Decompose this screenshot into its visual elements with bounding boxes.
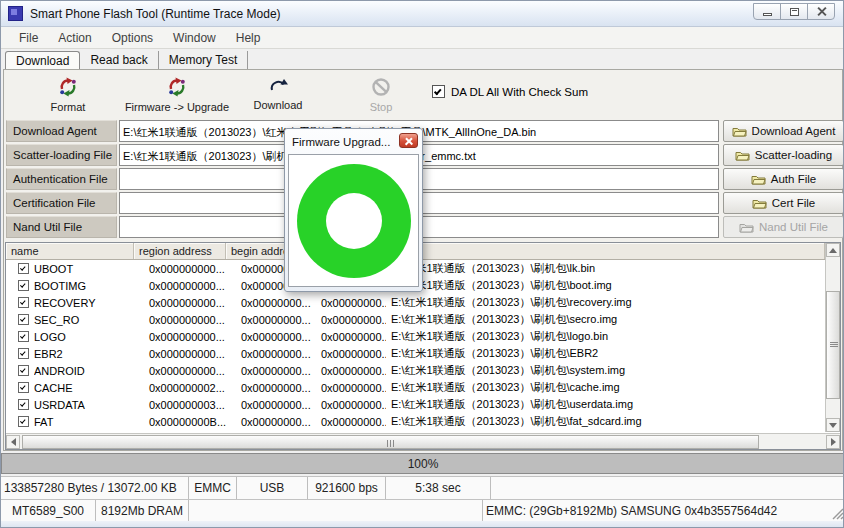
maximize-button[interactable] xyxy=(780,3,808,20)
download-agent-browse-button[interactable]: Download Agent xyxy=(723,120,844,142)
cell-region: 0x000000000... xyxy=(144,348,236,360)
vertical-scroll-thumb[interactable] xyxy=(826,291,840,399)
check-icon xyxy=(20,299,26,305)
dialog-close-button[interactable] xyxy=(399,133,418,148)
format-button[interactable]: Format xyxy=(32,77,104,113)
auth-browse-button[interactable]: Auth File xyxy=(723,168,844,190)
table-row[interactable]: ANDROID 0x000000000... 0x00000000... 0x0… xyxy=(6,362,825,379)
menu-bar: File Action Options Window Help xyxy=(1,27,844,49)
progress-bar: 100% xyxy=(1,453,844,474)
row-checkbox[interactable] xyxy=(18,263,29,274)
cell-end: 0x00000000... xyxy=(316,348,386,360)
scroll-down-button[interactable] xyxy=(826,418,840,432)
scroll-right-button[interactable] xyxy=(826,435,840,449)
cell-path: E:\红米1联通版（2013023）\刷机包\userdata.img xyxy=(386,397,825,412)
thumb-grip-icon xyxy=(830,342,838,348)
checksum-label: DA DL All With Check Sum xyxy=(451,86,588,98)
check-icon xyxy=(20,265,26,271)
horizontal-scrollbar[interactable] xyxy=(6,433,840,449)
minimize-button[interactable] xyxy=(753,3,781,20)
resize-grip-icon[interactable] xyxy=(830,506,844,520)
check-icon xyxy=(20,350,26,356)
cell-region: 0x000000000... xyxy=(144,297,236,309)
checksum-option[interactable]: DA DL All With Check Sum xyxy=(432,85,588,98)
cell-name: CACHE xyxy=(34,382,144,394)
row-checkbox[interactable] xyxy=(18,382,29,393)
checksum-checkbox[interactable] xyxy=(432,85,445,98)
menu-options[interactable]: Options xyxy=(102,29,163,47)
minimize-icon xyxy=(763,13,772,16)
app-icon xyxy=(8,6,23,21)
nand-util-label: Nand Util File xyxy=(6,216,117,238)
row-checkbox[interactable] xyxy=(18,314,29,325)
menu-file[interactable]: File xyxy=(9,29,48,47)
thumb-grip-icon xyxy=(387,440,395,447)
tab-download[interactable]: Download xyxy=(5,51,80,71)
header-name[interactable]: name xyxy=(6,243,134,259)
close-button[interactable] xyxy=(807,3,835,20)
status-ring-icon xyxy=(297,164,411,278)
folder-icon xyxy=(732,126,747,137)
cell-begin: 0x00000000... xyxy=(236,382,316,394)
menu-help[interactable]: Help xyxy=(226,29,271,47)
cell-name: EBR2 xyxy=(34,348,144,360)
cell-end: 0x00000000... xyxy=(316,297,386,309)
cell-path: E:\红米1联通版（2013023）\刷机包\secro.img xyxy=(386,312,825,327)
table-row[interactable]: RECOVERY 0x000000000... 0x00000000... 0x… xyxy=(6,294,825,311)
row-checkbox[interactable] xyxy=(18,416,29,427)
cell-region: 0x00000000B... xyxy=(144,416,236,428)
cell-path: E:\红米1联通版（2013023）\刷机包\lk.bin xyxy=(386,261,825,276)
download-agent-label: Download Agent xyxy=(6,120,117,142)
cell-name: UBOOT xyxy=(34,263,144,275)
check-icon xyxy=(20,282,26,288)
cell-region: 0x000000000... xyxy=(144,314,236,326)
scroll-left-button[interactable] xyxy=(6,435,20,449)
status-spacer xyxy=(491,477,844,499)
format-icon xyxy=(58,77,78,97)
vertical-scrollbar[interactable] xyxy=(825,243,840,432)
cell-name: SEC_RO xyxy=(34,314,144,326)
row-checkbox[interactable] xyxy=(18,331,29,342)
horizontal-scroll-thumb[interactable] xyxy=(22,435,759,449)
browse-button-label: Auth File xyxy=(771,173,816,185)
row-checkbox[interactable] xyxy=(18,365,29,376)
window-frame-bottom xyxy=(1,521,844,528)
scatter-browse-button[interactable]: Scatter-loading xyxy=(723,144,844,166)
scroll-up-button[interactable] xyxy=(826,243,840,257)
row-checkbox[interactable] xyxy=(18,297,29,308)
download-button[interactable]: Download xyxy=(242,77,314,111)
header-region-address[interactable]: region address xyxy=(134,243,226,259)
header-location[interactable] xyxy=(376,243,825,259)
cell-region: 0x000000000... xyxy=(144,280,236,292)
table-row[interactable]: CACHE 0x000000002... 0x00000000... 0x000… xyxy=(6,379,825,396)
check-icon xyxy=(20,367,26,373)
table-row[interactable]: SEC_RO 0x000000000... 0x00000000... 0x00… xyxy=(6,311,825,328)
firmware-upgrade-button[interactable]: Firmware -> Upgrade xyxy=(112,77,242,113)
stop-label: Stop xyxy=(350,101,412,113)
row-checkbox[interactable] xyxy=(18,348,29,359)
cell-region: 0x000000000... xyxy=(144,365,236,377)
cell-name: RECOVERY xyxy=(34,297,144,309)
cell-begin: 0x00000000... xyxy=(236,348,316,360)
folder-icon xyxy=(752,198,767,209)
menu-action[interactable]: Action xyxy=(48,29,101,47)
table-row[interactable]: USRDATA 0x000000003... 0x00000000... 0x0… xyxy=(6,396,825,413)
tab-read-back[interactable]: Read back xyxy=(80,51,158,70)
folder-icon xyxy=(735,150,750,161)
row-checkbox[interactable] xyxy=(18,280,29,291)
menu-window[interactable]: Window xyxy=(163,29,226,47)
cell-path: E:\红米1联通版（2013023）\刷机包\recovery.img xyxy=(386,295,825,310)
cell-begin: 0x00000000... xyxy=(236,399,316,411)
cell-end: 0x00000000... xyxy=(316,314,386,326)
tab-memory-test[interactable]: Memory Test xyxy=(159,51,248,70)
cell-name: USRDATA xyxy=(34,399,144,411)
table-row[interactable]: FAT 0x00000000B... 0x00000000... 0x00000… xyxy=(6,413,825,430)
download-label: Download xyxy=(242,99,314,111)
cell-path: E:\红米1联通版（2013023）\刷机包\cache.img xyxy=(386,380,825,395)
row-checkbox[interactable] xyxy=(18,399,29,410)
cert-browse-button[interactable]: Cert File xyxy=(723,192,844,214)
cell-path: E:\红米1联通版（2013023）\刷机包\boot.img xyxy=(386,278,825,293)
table-row[interactable]: LOGO 0x000000000... 0x00000000... 0x0000… xyxy=(6,328,825,345)
table-row[interactable]: EBR2 0x000000000... 0x00000000... 0x0000… xyxy=(6,345,825,362)
check-icon xyxy=(20,418,26,424)
